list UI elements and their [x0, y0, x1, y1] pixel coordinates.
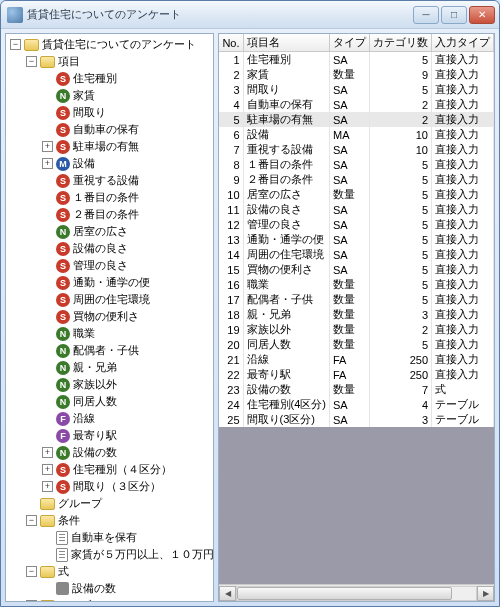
toggle-icon[interactable]: + — [42, 158, 53, 169]
table-row[interactable]: 21沿線FA250直接入力 — [219, 352, 493, 367]
table-cell[interactable]: 直接入力 — [432, 52, 494, 68]
expr-item-0-label[interactable]: 設備の数 — [72, 581, 116, 596]
table-cell[interactable]: 直接入力 — [432, 337, 494, 352]
table-cell[interactable]: SA — [330, 97, 370, 112]
table-cell[interactable]: 5 — [370, 157, 432, 172]
table-cell[interactable]: SA — [330, 202, 370, 217]
group-items-label[interactable]: 項目 — [58, 54, 80, 69]
table-cell[interactable]: 2 — [370, 97, 432, 112]
maximize-button[interactable]: □ — [441, 6, 467, 24]
item-22-label[interactable]: 設備の数 — [73, 445, 117, 460]
item-16-label[interactable]: 配偶者・子供 — [73, 343, 139, 358]
table-cell[interactable]: 自動車の保有 — [243, 97, 329, 112]
cond-item-0[interactable]: 自動車を保有 — [40, 529, 213, 546]
table-cell[interactable]: 買物の便利さ — [243, 262, 329, 277]
table-cell[interactable]: SA — [330, 232, 370, 247]
table-cell[interactable]: 直接入力 — [432, 172, 494, 187]
table-row[interactable]: 22最寄り駅FA250直接入力 — [219, 367, 493, 382]
item-8[interactable]: S２番目の条件 — [40, 206, 213, 223]
table-cell[interactable]: 間取り — [243, 82, 329, 97]
table-cell[interactable]: 10 — [370, 142, 432, 157]
item-2-label[interactable]: 間取り — [73, 105, 106, 120]
tree-pane[interactable]: −賃貸住宅についてのアンケート−項目S住宅種別N家賃S間取りS自動車の保有+S駐… — [5, 33, 214, 602]
table-cell[interactable]: 直接入力 — [432, 307, 494, 322]
table-cell[interactable]: 管理の良さ — [243, 217, 329, 232]
table-row[interactable]: 9２番目の条件SA5直接入力 — [219, 172, 493, 187]
table-cell[interactable]: 直接入力 — [432, 187, 494, 202]
item-4-label[interactable]: 駐車場の有無 — [73, 139, 139, 154]
item-13[interactable]: S周囲の住宅環境 — [40, 291, 213, 308]
table-cell[interactable]: テーブル — [432, 397, 494, 412]
table-cell[interactable]: 数量 — [330, 322, 370, 337]
group-cond-label[interactable]: 条件 — [58, 513, 80, 528]
minimize-button[interactable]: ─ — [413, 6, 439, 24]
table-row[interactable]: 1住宅種別SA5直接入力 — [219, 52, 493, 68]
table-row[interactable]: 14周囲の住宅環境SA5直接入力 — [219, 247, 493, 262]
table-cell[interactable]: 5 — [370, 292, 432, 307]
group-group-label[interactable]: グループ — [58, 496, 102, 511]
item-3-label[interactable]: 自動車の保有 — [73, 122, 139, 137]
table-cell[interactable]: 250 — [370, 367, 432, 382]
table-cell[interactable]: ２番目の条件 — [243, 172, 329, 187]
item-24-label[interactable]: 間取り（３区分） — [73, 479, 161, 494]
table-cell[interactable]: 5 — [370, 337, 432, 352]
toggle-icon[interactable]: + — [42, 447, 53, 458]
item-5-label[interactable]: 設備 — [73, 156, 95, 171]
group-cond[interactable]: −条件 — [24, 512, 213, 529]
table-cell[interactable]: 13 — [219, 232, 243, 247]
table-cell[interactable]: 5 — [370, 187, 432, 202]
table-cell[interactable]: SA — [330, 397, 370, 412]
table-cell[interactable]: 3 — [370, 412, 432, 427]
group-expr[interactable]: −式 — [24, 563, 213, 580]
table-cell[interactable]: SA — [330, 172, 370, 187]
table-cell[interactable]: 数量 — [330, 337, 370, 352]
table-cell[interactable]: 数量 — [330, 292, 370, 307]
table-cell[interactable]: 直接入力 — [432, 202, 494, 217]
table-cell[interactable]: 5 — [370, 202, 432, 217]
item-7-label[interactable]: １番目の条件 — [73, 190, 139, 205]
table-cell[interactable]: 250 — [370, 352, 432, 367]
table-cell[interactable]: 17 — [219, 292, 243, 307]
item-18-label[interactable]: 家族以外 — [73, 377, 117, 392]
item-20-label[interactable]: 沿線 — [73, 411, 95, 426]
table-cell[interactable]: 直接入力 — [432, 352, 494, 367]
table-cell[interactable]: 20 — [219, 337, 243, 352]
table-cell[interactable]: 5 — [370, 262, 432, 277]
table-cell[interactable]: 直接入力 — [432, 97, 494, 112]
tree-root[interactable]: −賃貸住宅についてのアンケート — [8, 36, 213, 53]
table-cell[interactable]: 親・兄弟 — [243, 307, 329, 322]
table-cell[interactable]: 3 — [370, 307, 432, 322]
item-21-label[interactable]: 最寄り駅 — [73, 428, 117, 443]
table-cell[interactable]: 家族以外 — [243, 322, 329, 337]
scroll-thumb[interactable] — [237, 587, 452, 600]
table-cell[interactable]: 14 — [219, 247, 243, 262]
table-cell[interactable]: 4 — [219, 97, 243, 112]
table-cell[interactable]: 12 — [219, 217, 243, 232]
item-15[interactable]: N職業 — [40, 325, 213, 342]
table-cell[interactable]: SA — [330, 142, 370, 157]
table-cell[interactable]: 4 — [370, 397, 432, 412]
table-cell[interactable]: 駐車場の有無 — [243, 112, 329, 127]
table-cell[interactable]: 直接入力 — [432, 262, 494, 277]
item-24[interactable]: +S間取り（３区分） — [40, 478, 213, 495]
table-cell[interactable]: 5 — [370, 232, 432, 247]
item-2[interactable]: S間取り — [40, 104, 213, 121]
table-cell[interactable]: 21 — [219, 352, 243, 367]
table-cell[interactable]: 住宅種別 — [243, 52, 329, 68]
table-cell[interactable]: 直接入力 — [432, 367, 494, 382]
table-cell[interactable]: SA — [330, 412, 370, 427]
toggle-icon[interactable]: + — [42, 464, 53, 475]
close-button[interactable]: ✕ — [469, 6, 495, 24]
item-19-label[interactable]: 同居人数 — [73, 394, 117, 409]
item-4[interactable]: +S駐車場の有無 — [40, 138, 213, 155]
table-row[interactable]: 2家賃数量9直接入力 — [219, 67, 493, 82]
item-7[interactable]: S１番目の条件 — [40, 189, 213, 206]
table-cell[interactable]: 数量 — [330, 67, 370, 82]
toggle-icon[interactable]: + — [42, 481, 53, 492]
table-row[interactable]: 11設備の良さSA5直接入力 — [219, 202, 493, 217]
group-items[interactable]: −項目 — [24, 53, 213, 70]
toggle-icon[interactable]: − — [10, 39, 21, 50]
table-row[interactable]: 18親・兄弟数量3直接入力 — [219, 307, 493, 322]
table-cell[interactable]: 5 — [370, 217, 432, 232]
item-14-label[interactable]: 買物の便利さ — [73, 309, 139, 324]
